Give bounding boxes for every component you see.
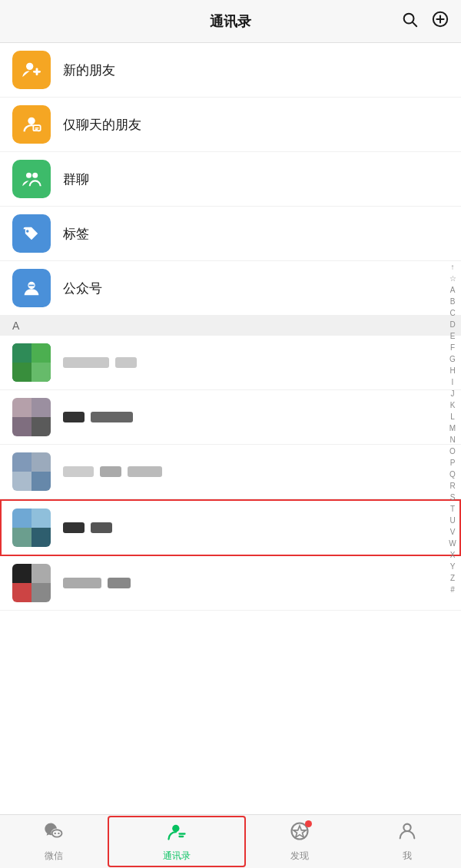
new-friends-icon-box: [12, 51, 51, 89]
tab-contacts[interactable]: 通讯录: [108, 816, 246, 867]
contact-avatar-4: [12, 509, 51, 547]
contact-name-4: [63, 522, 449, 533]
alpha-P[interactable]: P: [450, 458, 456, 469]
tab-wechat[interactable]: 微信: [0, 820, 108, 863]
official-icon-box: [12, 269, 51, 307]
official-label: 公众号: [63, 280, 102, 297]
page-title: 通讯录: [210, 12, 251, 31]
svg-point-12: [26, 173, 32, 178]
discover-icon: [289, 820, 310, 847]
section-a-header: A: [0, 316, 461, 336]
wechat-icon: [43, 820, 65, 847]
svg-point-19: [58, 833, 59, 834]
alpha-M[interactable]: M: [449, 423, 456, 434]
menu-item-official[interactable]: 公众号: [0, 261, 461, 316]
contact-avatar-2: [12, 398, 51, 436]
alpha-J[interactable]: J: [451, 389, 455, 399]
contact-item-3[interactable]: [0, 445, 461, 499]
header: 通讯录: [0, 0, 461, 43]
alpha-nav[interactable]: ↑ ☆ A B C D E F G H I J K L M N O P Q R …: [444, 43, 461, 814]
tags-icon-box: [12, 214, 51, 253]
alpha-V[interactable]: V: [450, 527, 456, 538]
contact-avatar-1: [12, 343, 51, 382]
tab-discover[interactable]: 发现: [246, 820, 353, 863]
main-content: ↑ ☆ A B C D E F G H I J K L M N O P Q R …: [0, 43, 461, 814]
header-actions: [401, 11, 449, 32]
contact-item-4[interactable]: [0, 499, 461, 556]
alpha-hash[interactable]: #: [450, 585, 455, 595]
svg-point-20: [172, 825, 179, 832]
alpha-Q[interactable]: Q: [449, 469, 456, 480]
menu-item-chat-only[interactable]: 仅聊天的朋友: [0, 98, 461, 152]
alpha-G[interactable]: G: [449, 354, 456, 365]
alpha-L[interactable]: L: [450, 412, 455, 422]
new-friends-label: 新的朋友: [63, 61, 115, 79]
alpha-B[interactable]: B: [450, 297, 456, 307]
contact-avatar-5: [12, 564, 51, 602]
alpha-E[interactable]: E: [450, 331, 456, 342]
alpha-C[interactable]: C: [449, 308, 455, 319]
alpha-K[interactable]: K: [450, 400, 456, 411]
alpha-S[interactable]: S: [450, 492, 456, 503]
alpha-A[interactable]: A: [450, 285, 456, 296]
alpha-X[interactable]: X: [450, 550, 456, 561]
add-icon[interactable]: [432, 11, 449, 32]
svg-line-1: [413, 22, 416, 26]
me-icon: [396, 820, 418, 847]
tab-contacts-label: 通讯录: [163, 850, 191, 863]
search-icon[interactable]: [401, 11, 418, 32]
group-chat-icon-box: [12, 160, 51, 198]
menu-item-tags[interactable]: 标签: [0, 207, 461, 261]
contact-item-5[interactable]: [0, 556, 461, 611]
contacts-icon: [166, 820, 187, 847]
alpha-W[interactable]: W: [449, 538, 456, 549]
chat-only-icon-box: [12, 105, 51, 144]
contact-name-3: [63, 466, 449, 477]
contact-item-1[interactable]: [0, 336, 461, 390]
alpha-Z[interactable]: Z: [450, 573, 455, 584]
alpha-T[interactable]: T: [450, 504, 455, 515]
tags-label: 标签: [63, 225, 89, 243]
tab-bar: 微信 通讯录 发现: [0, 814, 461, 868]
svg-point-14: [26, 230, 29, 233]
tab-me-label: 我: [403, 850, 412, 863]
menu-item-group-chat[interactable]: 群聊: [0, 152, 461, 207]
svg-marker-24: [294, 826, 306, 837]
contact-name-2: [63, 412, 449, 422]
alpha-F[interactable]: F: [450, 343, 455, 353]
svg-point-25: [403, 824, 410, 831]
tab-wechat-label: 微信: [45, 850, 63, 863]
menu-item-new-friends[interactable]: 新的朋友: [0, 43, 461, 98]
alpha-star[interactable]: ☆: [449, 273, 456, 284]
tab-me[interactable]: 我: [353, 820, 461, 863]
discover-badge: [305, 820, 312, 827]
contact-name-5: [63, 578, 449, 588]
svg-point-5: [26, 63, 33, 70]
contact-avatar-3: [12, 452, 51, 491]
alpha-up[interactable]: ↑: [451, 262, 455, 273]
alpha-I[interactable]: I: [452, 377, 454, 388]
group-chat-label: 群聊: [63, 171, 89, 188]
svg-point-18: [55, 833, 56, 834]
alpha-N[interactable]: N: [449, 435, 455, 446]
svg-point-8: [28, 118, 35, 124]
alpha-O[interactable]: O: [449, 446, 456, 457]
alpha-D[interactable]: D: [449, 320, 455, 330]
alpha-U[interactable]: U: [449, 515, 455, 526]
chat-only-label: 仅聊天的朋友: [63, 116, 141, 134]
contact-item-2[interactable]: [0, 390, 461, 445]
svg-point-17: [52, 830, 62, 837]
alpha-Y[interactable]: Y: [450, 562, 456, 572]
alpha-H[interactable]: H: [449, 366, 455, 376]
contact-name-1: [63, 357, 449, 368]
svg-point-13: [32, 173, 38, 178]
tab-discover-label: 发现: [290, 850, 309, 863]
alpha-R[interactable]: R: [449, 481, 455, 492]
